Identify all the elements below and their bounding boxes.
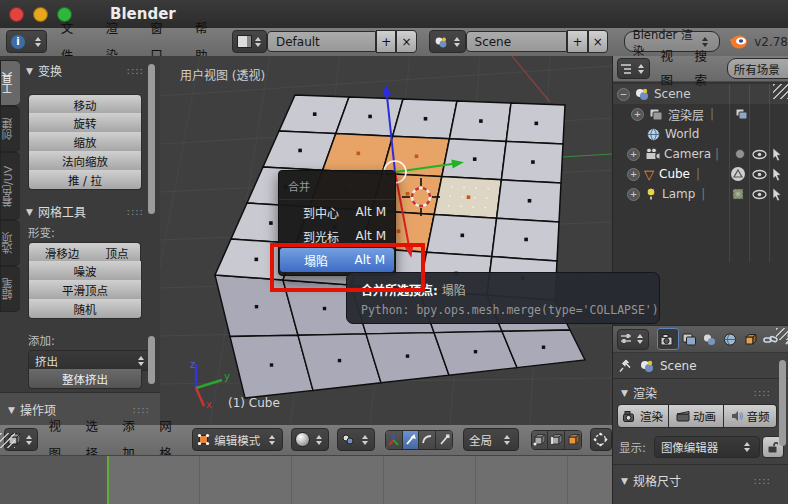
manipulator-axis-icon[interactable] [386, 431, 403, 449]
camera-data-icon[interactable] [731, 146, 749, 162]
toolshelf-tab-options[interactable]: 选项 [0, 220, 20, 266]
panel-grip-icon[interactable]: :::: [754, 387, 771, 398]
scale-button[interactable]: 缩放 [28, 132, 142, 152]
pivot-point-dropdown[interactable] [337, 428, 375, 451]
display-mode-dropdown[interactable]: 图像编辑器 [654, 436, 760, 458]
rotate-button[interactable]: 旋转 [28, 113, 142, 133]
panel-header-mesh-tools[interactable]: ▼ 网格工具 :::: [26, 203, 144, 220]
axis-z-label: z [190, 359, 195, 370]
vertex-select-icon[interactable] [532, 431, 549, 449]
version-label: v2.78 [754, 35, 788, 49]
properties-scrollbar[interactable] [779, 360, 786, 446]
toolshelf-tab-tools[interactable]: 工具 [0, 60, 20, 106]
viewport-shading-dropdown[interactable] [291, 428, 329, 451]
timeline[interactable] [0, 455, 612, 504]
area-resize-grip[interactable] [0, 433, 15, 448]
toolshelf-tab-shading-uv[interactable]: 着色/UV [0, 152, 20, 220]
selectability-cursor-icon[interactable] [768, 186, 786, 202]
editor-type-selector[interactable] [617, 58, 650, 79]
add-layout-button[interactable]: + [376, 30, 396, 53]
orientation-dropdown[interactable]: 全局 [463, 428, 519, 451]
expand-icon[interactable]: + [631, 108, 644, 121]
panel-header-dimensions[interactable]: ▼ 规格尺寸 :::: [621, 472, 779, 489]
selectability-cursor-icon[interactable] [768, 146, 786, 162]
outliner-row-lamp[interactable]: + Lamp | [613, 184, 788, 204]
pin-icon[interactable] [619, 358, 633, 373]
screen-layout-name-field[interactable]: Default [267, 31, 376, 52]
render-layers-icon [648, 107, 664, 121]
translate-button[interactable]: 移动 [28, 94, 142, 115]
outliner-row-scene[interactable]: − Scene [613, 84, 788, 104]
outliner-row-render-layers[interactable]: + 渲染层 | [613, 104, 788, 124]
collapse-icon[interactable]: − [617, 88, 630, 101]
outliner-row-world[interactable]: World [613, 124, 788, 144]
edge-slide-button[interactable]: 滑移边 [28, 242, 96, 263]
tab-scene[interactable] [700, 329, 719, 349]
current-frame-playhead[interactable] [107, 456, 109, 504]
delete-layout-button[interactable]: × [396, 30, 416, 53]
delete-scene-button[interactable]: × [588, 30, 608, 53]
visibility-eye-icon[interactable] [750, 166, 768, 182]
triangle-down-icon: ▼ [26, 207, 33, 217]
outliner-row-camera[interactable]: + Camera | [613, 144, 788, 164]
tab-world[interactable] [721, 329, 740, 349]
add-scene-button[interactable]: + [567, 30, 587, 53]
tab-render[interactable] [657, 328, 678, 350]
shading-sphere-icon [295, 432, 310, 447]
extrude-dropdown[interactable]: 挤出 [28, 350, 154, 371]
mesh-data-icon[interactable] [729, 166, 747, 182]
edge-select-icon[interactable] [548, 431, 565, 449]
manipulator-translate-icon[interactable] [403, 431, 420, 449]
outliner-row-cube[interactable]: + ▽ Cube | [613, 164, 788, 184]
screen-layout-selector[interactable] [232, 30, 267, 53]
display-mode-value: 图像编辑器 [661, 439, 719, 455]
scene-name: Scene [475, 35, 512, 49]
randomize-button[interactable]: 随机 [28, 299, 142, 319]
editor-type-selector[interactable] [617, 329, 649, 350]
properties-header [613, 326, 788, 353]
visibility-eye-icon[interactable] [750, 186, 768, 202]
toolshelf-tab-grease-pencil[interactable]: 蜡笔 [0, 266, 20, 312]
toolshelf-scrollbar-lower[interactable] [148, 336, 155, 384]
tab-render-layers[interactable] [680, 329, 699, 349]
viewport-3d[interactable]: 用户视图 (透视) (1) Cube z y x 合并 到中心Alt M 到光标… [160, 56, 612, 425]
breadcrumb-label[interactable]: Scene [660, 359, 697, 373]
menu-item-at-center[interactable]: 到中心Alt M [279, 200, 395, 224]
manipulator-scale-icon[interactable] [436, 431, 452, 449]
render-animation-button[interactable]: 动画 [669, 404, 724, 428]
toolshelf-tab-create[interactable]: 创建 [0, 106, 20, 152]
render-still-button[interactable]: 渲染 [617, 404, 669, 428]
smooth-vertex-button[interactable]: 平滑顶点 [28, 280, 142, 300]
render-audio-button[interactable]: 音频 [724, 404, 777, 428]
panel-grip-icon[interactable]: :::: [754, 475, 771, 486]
mode-dropdown[interactable]: 编辑模式 [192, 428, 282, 451]
panel-grip-icon[interactable]: :::: [127, 206, 144, 217]
extrude-region-button[interactable]: 整体挤出 [28, 369, 142, 389]
display-filter-dropdown[interactable]: 所有场景 [727, 58, 788, 79]
panel-grip-icon[interactable]: :::: [127, 65, 144, 76]
shrink-fatten-button[interactable]: 法向缩放 [28, 151, 142, 171]
visibility-eye-icon[interactable] [750, 146, 768, 162]
tab-object[interactable] [741, 329, 760, 349]
scene-name-field[interactable]: Scene [466, 31, 568, 52]
face-select-icon[interactable] [565, 431, 581, 449]
manipulator-rotate-icon[interactable] [419, 431, 436, 449]
close-window-button[interactable] [9, 7, 24, 22]
area-resize-grip[interactable] [776, 328, 788, 340]
limit-to-visible-button[interactable] [590, 428, 612, 451]
expand-icon[interactable]: + [627, 168, 640, 181]
toolshelf-scrollbar[interactable] [148, 64, 155, 214]
scene-selector[interactable] [429, 30, 466, 53]
expand-icon[interactable]: + [627, 188, 640, 201]
expand-icon[interactable]: + [627, 148, 640, 161]
lamp-data-icon[interactable] [729, 186, 747, 202]
vertex-slide-button[interactable]: 顶点 [94, 242, 141, 263]
editor-type-selector[interactable]: i [6, 30, 47, 53]
noise-button[interactable]: 噪波 [28, 261, 142, 281]
push-pull-button[interactable]: 推 / 拉 [28, 170, 142, 190]
panel-header-transform[interactable]: ▼ 变换 :::: [26, 62, 144, 79]
panel-header-render[interactable]: ▼ 渲染 :::: [621, 384, 779, 401]
selectability-cursor-icon[interactable] [768, 166, 786, 182]
minimize-window-button[interactable] [33, 7, 48, 22]
render-layer-toggle-icon[interactable] [733, 106, 751, 122]
